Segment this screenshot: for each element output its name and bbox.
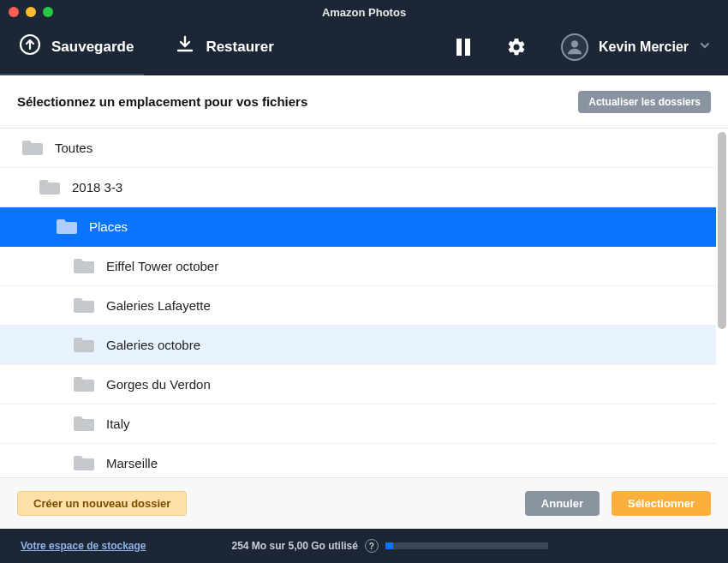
tab-restore[interactable]: Restaurer <box>173 34 275 59</box>
folder-row[interactable]: Eiffel Tower october <box>0 247 716 286</box>
folder-row[interactable]: Galeries Lafayette <box>0 286 716 326</box>
avatar <box>561 33 588 61</box>
storage-usage-text: 254 Mo sur 5,00 Go utilisé <box>232 540 358 552</box>
scrollbar-thumb[interactable] <box>718 132 726 329</box>
cancel-button[interactable]: Annuler <box>525 491 600 516</box>
svg-rect-1 <box>456 39 462 56</box>
select-button[interactable]: Sélectionner <box>612 491 711 516</box>
folder-label: Toutes <box>55 141 92 155</box>
folder-label: 2018 3-3 <box>72 180 122 195</box>
folder-row[interactable]: Galeries octobre <box>0 326 716 365</box>
folder-tree: Toutes2018 3-3PlacesEiffel Tower october… <box>0 129 728 477</box>
help-icon[interactable]: ? <box>365 539 379 553</box>
tab-backup-label: Sauvegarde <box>51 39 134 56</box>
refresh-folders-button[interactable]: Actualiser les dossiers <box>578 91 711 113</box>
download-icon <box>175 34 195 59</box>
folder-icon <box>74 454 94 473</box>
maximize-window-button[interactable] <box>43 7 53 17</box>
window-title: Amazon Photos <box>322 6 406 19</box>
folder-icon <box>74 296 94 315</box>
tab-restore-label: Restaurer <box>206 39 273 56</box>
pause-button[interactable] <box>455 38 472 57</box>
main-toolbar: Sauvegarde Restaurer Kevin Mercier <box>0 24 728 75</box>
folder-icon <box>39 178 60 197</box>
folder-label: Galeries Lafayette <box>106 298 211 313</box>
folder-label: Galeries octobre <box>106 338 200 352</box>
titlebar: Amazon Photos <box>0 0 728 24</box>
storage-link[interactable]: Votre espace de stockage <box>21 540 146 552</box>
storage-progress-fill <box>385 542 394 549</box>
folder-icon <box>74 336 94 355</box>
upload-circle-icon <box>19 33 41 60</box>
folder-icon <box>74 375 94 394</box>
user-menu[interactable]: Kevin Mercier <box>561 33 711 61</box>
folder-label: Italy <box>106 416 130 431</box>
folder-icon <box>74 415 94 434</box>
folder-icon <box>22 139 43 158</box>
folder-row[interactable]: Gorges du Verdon <box>0 365 716 404</box>
svg-point-3 <box>571 40 578 47</box>
tab-backup[interactable]: Sauvegarde <box>17 33 135 60</box>
folder-row[interactable]: Marseille <box>0 444 716 477</box>
action-bar: Créer un nouveau dossier Annuler Sélecti… <box>0 477 728 529</box>
folder-row[interactable]: 2018 3-3 <box>0 168 716 207</box>
minimize-window-button[interactable] <box>26 7 36 17</box>
folder-label: Places <box>89 219 128 234</box>
folder-row[interactable]: Places <box>0 207 716 247</box>
folder-row[interactable]: Italy <box>0 404 716 444</box>
close-window-button[interactable] <box>9 7 19 17</box>
subheader: Sélectionnez un emplacement pour vos fic… <box>0 75 728 129</box>
user-name: Kevin Mercier <box>599 39 689 55</box>
storage-progress-bar <box>385 542 548 549</box>
svg-rect-2 <box>465 39 470 56</box>
folder-icon <box>57 218 77 237</box>
folder-label: Marseille <box>106 456 158 470</box>
content-area: Sélectionnez un emplacement pour vos fic… <box>0 75 728 477</box>
new-folder-button[interactable]: Créer un nouveau dossier <box>17 491 187 516</box>
window-controls <box>9 7 53 17</box>
folder-icon <box>74 257 94 276</box>
folder-row[interactable]: Toutes <box>0 129 716 168</box>
folder-label: Eiffel Tower october <box>106 259 218 273</box>
footer: Votre espace de stockage 254 Mo sur 5,00… <box>0 529 728 563</box>
folder-label: Gorges du Verdon <box>106 377 211 392</box>
settings-button[interactable] <box>506 37 527 57</box>
page-title: Sélectionnez un emplacement pour vos fic… <box>17 94 307 109</box>
chevron-down-icon <box>699 39 711 55</box>
